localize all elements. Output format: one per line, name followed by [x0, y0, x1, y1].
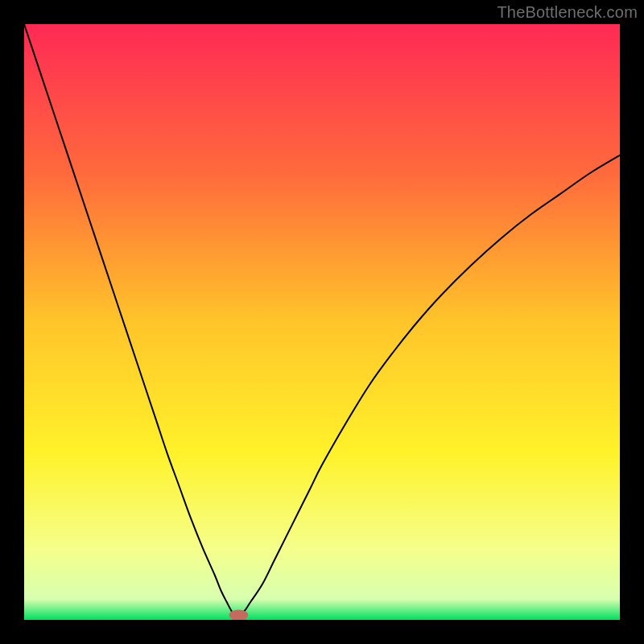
watermark-text: TheBottleneck.com — [497, 3, 638, 22]
chart-svg — [24, 24, 620, 620]
chart-container: TheBottleneck.com — [0, 0, 644, 644]
chart-background — [24, 24, 620, 620]
plot-area — [24, 24, 620, 620]
